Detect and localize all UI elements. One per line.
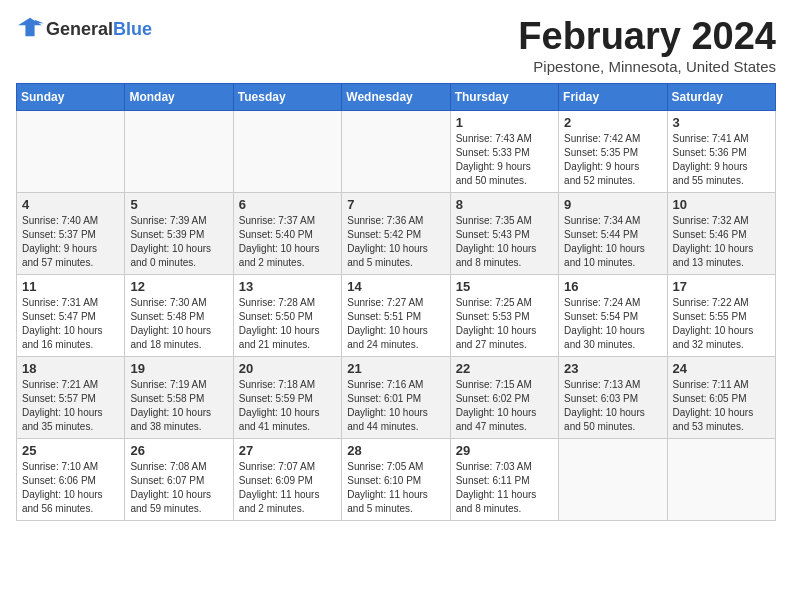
header-day-tuesday: Tuesday [233, 83, 341, 110]
calendar-week-row: 25Sunrise: 7:10 AM Sunset: 6:06 PM Dayli… [17, 438, 776, 520]
calendar-cell: 2Sunrise: 7:42 AM Sunset: 5:35 PM Daylig… [559, 110, 667, 192]
header-day-sunday: Sunday [17, 83, 125, 110]
day-info: Sunrise: 7:40 AM Sunset: 5:37 PM Dayligh… [22, 214, 119, 270]
day-info: Sunrise: 7:41 AM Sunset: 5:36 PM Dayligh… [673, 132, 770, 188]
calendar-cell: 29Sunrise: 7:03 AM Sunset: 6:11 PM Dayli… [450, 438, 558, 520]
day-number: 17 [673, 279, 770, 294]
day-number: 7 [347, 197, 444, 212]
day-number: 15 [456, 279, 553, 294]
calendar-cell: 14Sunrise: 7:27 AM Sunset: 5:51 PM Dayli… [342, 274, 450, 356]
title-area: February 2024 Pipestone, Minnesota, Unit… [518, 16, 776, 75]
day-info: Sunrise: 7:18 AM Sunset: 5:59 PM Dayligh… [239, 378, 336, 434]
calendar-cell [125, 110, 233, 192]
day-info: Sunrise: 7:35 AM Sunset: 5:43 PM Dayligh… [456, 214, 553, 270]
calendar-body: 1Sunrise: 7:43 AM Sunset: 5:33 PM Daylig… [17, 110, 776, 520]
calendar-cell: 26Sunrise: 7:08 AM Sunset: 6:07 PM Dayli… [125, 438, 233, 520]
day-info: Sunrise: 7:27 AM Sunset: 5:51 PM Dayligh… [347, 296, 444, 352]
calendar-cell: 22Sunrise: 7:15 AM Sunset: 6:02 PM Dayli… [450, 356, 558, 438]
day-info: Sunrise: 7:34 AM Sunset: 5:44 PM Dayligh… [564, 214, 661, 270]
day-info: Sunrise: 7:24 AM Sunset: 5:54 PM Dayligh… [564, 296, 661, 352]
day-info: Sunrise: 7:28 AM Sunset: 5:50 PM Dayligh… [239, 296, 336, 352]
calendar-cell: 19Sunrise: 7:19 AM Sunset: 5:58 PM Dayli… [125, 356, 233, 438]
day-number: 16 [564, 279, 661, 294]
calendar-week-row: 4Sunrise: 7:40 AM Sunset: 5:37 PM Daylig… [17, 192, 776, 274]
calendar-cell: 10Sunrise: 7:32 AM Sunset: 5:46 PM Dayli… [667, 192, 775, 274]
day-info: Sunrise: 7:15 AM Sunset: 6:02 PM Dayligh… [456, 378, 553, 434]
day-number: 13 [239, 279, 336, 294]
day-number: 11 [22, 279, 119, 294]
day-number: 19 [130, 361, 227, 376]
header-day-thursday: Thursday [450, 83, 558, 110]
calendar-cell [559, 438, 667, 520]
day-info: Sunrise: 7:13 AM Sunset: 6:03 PM Dayligh… [564, 378, 661, 434]
day-info: Sunrise: 7:08 AM Sunset: 6:07 PM Dayligh… [130, 460, 227, 516]
calendar-cell: 3Sunrise: 7:41 AM Sunset: 5:36 PM Daylig… [667, 110, 775, 192]
svg-marker-0 [18, 18, 42, 36]
calendar-cell: 28Sunrise: 7:05 AM Sunset: 6:10 PM Dayli… [342, 438, 450, 520]
calendar-cell: 17Sunrise: 7:22 AM Sunset: 5:55 PM Dayli… [667, 274, 775, 356]
day-number: 5 [130, 197, 227, 212]
day-info: Sunrise: 7:07 AM Sunset: 6:09 PM Dayligh… [239, 460, 336, 516]
day-number: 29 [456, 443, 553, 458]
calendar-cell: 12Sunrise: 7:30 AM Sunset: 5:48 PM Dayli… [125, 274, 233, 356]
day-number: 14 [347, 279, 444, 294]
calendar-header-row: SundayMondayTuesdayWednesdayThursdayFrid… [17, 83, 776, 110]
calendar-cell: 9Sunrise: 7:34 AM Sunset: 5:44 PM Daylig… [559, 192, 667, 274]
logo-icon [16, 16, 44, 38]
day-number: 28 [347, 443, 444, 458]
location-title: Pipestone, Minnesota, United States [518, 58, 776, 75]
calendar-cell: 6Sunrise: 7:37 AM Sunset: 5:40 PM Daylig… [233, 192, 341, 274]
calendar-cell: 7Sunrise: 7:36 AM Sunset: 5:42 PM Daylig… [342, 192, 450, 274]
calendar-cell: 15Sunrise: 7:25 AM Sunset: 5:53 PM Dayli… [450, 274, 558, 356]
day-info: Sunrise: 7:21 AM Sunset: 5:57 PM Dayligh… [22, 378, 119, 434]
day-info: Sunrise: 7:19 AM Sunset: 5:58 PM Dayligh… [130, 378, 227, 434]
day-info: Sunrise: 7:10 AM Sunset: 6:06 PM Dayligh… [22, 460, 119, 516]
calendar-week-row: 18Sunrise: 7:21 AM Sunset: 5:57 PM Dayli… [17, 356, 776, 438]
day-number: 20 [239, 361, 336, 376]
day-info: Sunrise: 7:43 AM Sunset: 5:33 PM Dayligh… [456, 132, 553, 188]
day-info: Sunrise: 7:05 AM Sunset: 6:10 PM Dayligh… [347, 460, 444, 516]
logo-general-text: General [46, 19, 113, 39]
calendar-cell [17, 110, 125, 192]
day-number: 8 [456, 197, 553, 212]
header-day-monday: Monday [125, 83, 233, 110]
calendar-cell: 5Sunrise: 7:39 AM Sunset: 5:39 PM Daylig… [125, 192, 233, 274]
calendar-cell: 8Sunrise: 7:35 AM Sunset: 5:43 PM Daylig… [450, 192, 558, 274]
day-number: 18 [22, 361, 119, 376]
day-number: 12 [130, 279, 227, 294]
day-number: 1 [456, 115, 553, 130]
month-title: February 2024 [518, 16, 776, 58]
day-number: 6 [239, 197, 336, 212]
day-info: Sunrise: 7:31 AM Sunset: 5:47 PM Dayligh… [22, 296, 119, 352]
calendar-cell: 27Sunrise: 7:07 AM Sunset: 6:09 PM Dayli… [233, 438, 341, 520]
day-info: Sunrise: 7:42 AM Sunset: 5:35 PM Dayligh… [564, 132, 661, 188]
day-number: 3 [673, 115, 770, 130]
day-info: Sunrise: 7:16 AM Sunset: 6:01 PM Dayligh… [347, 378, 444, 434]
day-info: Sunrise: 7:11 AM Sunset: 6:05 PM Dayligh… [673, 378, 770, 434]
calendar-table: SundayMondayTuesdayWednesdayThursdayFrid… [16, 83, 776, 521]
calendar-cell: 20Sunrise: 7:18 AM Sunset: 5:59 PM Dayli… [233, 356, 341, 438]
header-day-wednesday: Wednesday [342, 83, 450, 110]
calendar-cell: 18Sunrise: 7:21 AM Sunset: 5:57 PM Dayli… [17, 356, 125, 438]
calendar-cell [233, 110, 341, 192]
day-info: Sunrise: 7:03 AM Sunset: 6:11 PM Dayligh… [456, 460, 553, 516]
calendar-week-row: 11Sunrise: 7:31 AM Sunset: 5:47 PM Dayli… [17, 274, 776, 356]
day-number: 24 [673, 361, 770, 376]
calendar-cell: 16Sunrise: 7:24 AM Sunset: 5:54 PM Dayli… [559, 274, 667, 356]
day-number: 21 [347, 361, 444, 376]
calendar-cell: 4Sunrise: 7:40 AM Sunset: 5:37 PM Daylig… [17, 192, 125, 274]
day-info: Sunrise: 7:37 AM Sunset: 5:40 PM Dayligh… [239, 214, 336, 270]
day-number: 22 [456, 361, 553, 376]
day-info: Sunrise: 7:30 AM Sunset: 5:48 PM Dayligh… [130, 296, 227, 352]
logo: GeneralBlue [16, 16, 152, 42]
day-info: Sunrise: 7:22 AM Sunset: 5:55 PM Dayligh… [673, 296, 770, 352]
day-number: 25 [22, 443, 119, 458]
logo-blue-text: Blue [113, 19, 152, 39]
day-number: 9 [564, 197, 661, 212]
day-number: 10 [673, 197, 770, 212]
day-info: Sunrise: 7:32 AM Sunset: 5:46 PM Dayligh… [673, 214, 770, 270]
header: GeneralBlue February 2024 Pipestone, Min… [16, 16, 776, 75]
calendar-cell: 23Sunrise: 7:13 AM Sunset: 6:03 PM Dayli… [559, 356, 667, 438]
day-info: Sunrise: 7:25 AM Sunset: 5:53 PM Dayligh… [456, 296, 553, 352]
calendar-week-row: 1Sunrise: 7:43 AM Sunset: 5:33 PM Daylig… [17, 110, 776, 192]
